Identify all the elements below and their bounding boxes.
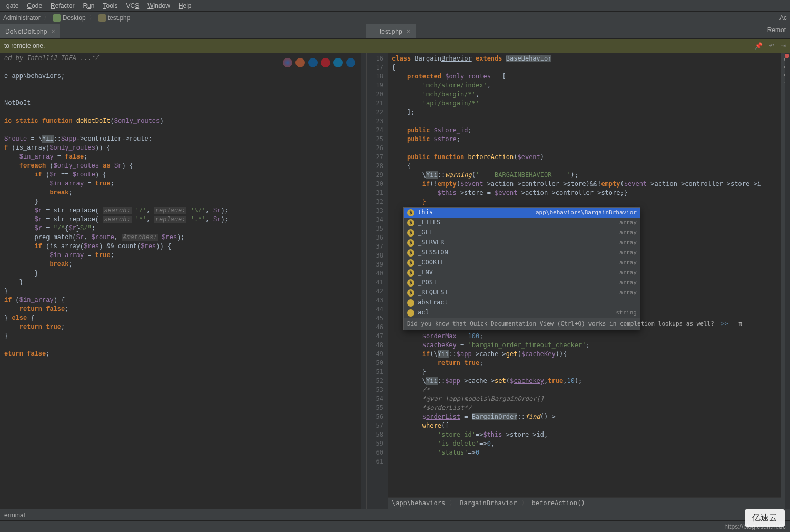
close-icon[interactable]: × bbox=[51, 28, 55, 35]
tab-donotdoit[interactable]: DoNotDoIt.php × bbox=[0, 24, 60, 38]
popup-footer: Did you know that Quick Documentation Vi… bbox=[404, 318, 640, 330]
code-area-left[interactable]: ed by IntelliJ IDEA ...*/ e app\behavior… bbox=[0, 53, 366, 360]
variable-icon: $ bbox=[407, 229, 414, 237]
menu-refactor[interactable]: Refactor bbox=[46, 2, 78, 9]
code-area-right[interactable]: class BargainBrhavior extends BaseBehavi… bbox=[388, 53, 781, 509]
completion-item[interactable]: abstract bbox=[404, 298, 640, 308]
menu-help[interactable]: Help bbox=[174, 2, 196, 9]
left-editor[interactable]: ed by IntelliJ IDEA ...*/ e app\behavior… bbox=[0, 53, 366, 509]
nav-namespace[interactable]: \app\behaviors bbox=[392, 499, 445, 508]
php-file-icon bbox=[371, 28, 378, 35]
more-link[interactable]: >> bbox=[721, 320, 728, 327]
menu-vcs[interactable]: VCS bbox=[122, 2, 143, 9]
pin-icon[interactable]: 📌 bbox=[755, 42, 763, 50]
variable-icon: $ bbox=[407, 209, 414, 216]
breadcrumb-desktop[interactable]: Desktop bbox=[63, 14, 86, 22]
completion-item[interactable]: $_SERVERarray bbox=[404, 238, 640, 248]
error-stripe[interactable] bbox=[785, 53, 790, 509]
variable-icon: $ bbox=[407, 219, 414, 226]
structure-breadcrumb: \app\behaviors 〉 BargainBrhavior 〉 befor… bbox=[388, 497, 781, 509]
completion-popup[interactable]: $thisapp\behaviors\BargainBrhavior$_FILE… bbox=[403, 207, 640, 330]
chrome-icon[interactable] bbox=[283, 58, 292, 67]
error-stripe[interactable] bbox=[361, 53, 366, 509]
variable-icon: $ bbox=[407, 269, 414, 277]
breadcrumb: Administrator 〉 Desktop 〉 test.php Ac bbox=[0, 12, 790, 24]
status-bar: https://blog.csdn.net/c bbox=[0, 520, 790, 532]
completion-item[interactable]: $_COOKIEarray bbox=[404, 258, 640, 268]
menu-tools[interactable]: Tools bbox=[98, 2, 122, 9]
completion-item[interactable]: $_FILESarray bbox=[404, 218, 640, 228]
folder-icon bbox=[53, 14, 61, 22]
editor-tabs-left: DoNotDoIt.php × bbox=[0, 24, 366, 39]
tab-label: test.php bbox=[380, 28, 402, 35]
right-editor[interactable]: 16 17 18 19 20 21 22 23 24 25 26 27 28 2… bbox=[366, 53, 790, 509]
variable-icon: $ bbox=[407, 279, 414, 287]
php-file-icon bbox=[98, 14, 106, 22]
firefox-icon[interactable] bbox=[295, 58, 305, 67]
variable-icon: $ bbox=[407, 249, 414, 257]
breadcrumb-right[interactable]: Ac bbox=[779, 14, 787, 22]
line-gutter: 16 17 18 19 20 21 22 23 24 25 26 27 28 2… bbox=[367, 53, 388, 509]
tab-testphp[interactable]: test.php × bbox=[366, 24, 416, 38]
menu-code[interactable]: Code bbox=[23, 2, 46, 9]
watermark: 亿速云 bbox=[745, 509, 785, 527]
tab-label: DoNotDoIt.php bbox=[5, 28, 47, 35]
nav-method[interactable]: beforeAction() bbox=[532, 499, 585, 508]
completion-item[interactable]: $_POSTarray bbox=[404, 278, 640, 288]
notification-text: to remote one. bbox=[4, 42, 45, 50]
chevron-right-icon: 〉 bbox=[89, 13, 95, 22]
breadcrumb-file[interactable]: test.php bbox=[108, 14, 131, 22]
browser-icons bbox=[283, 58, 355, 67]
remote-label: Remot bbox=[763, 24, 790, 36]
error-indicator-icon[interactable] bbox=[785, 54, 789, 58]
variable-icon: $ bbox=[407, 259, 414, 267]
terminal-tab[interactable]: erminal bbox=[4, 511, 25, 519]
variable-icon bbox=[407, 309, 414, 317]
main-menu[interactable]: gate Code Refactor Run Tools VCS Window … bbox=[0, 0, 790, 12]
edge-icon[interactable] bbox=[333, 58, 343, 67]
menu-navigate[interactable]: gate bbox=[2, 2, 23, 9]
undo-icon[interactable]: ↶ bbox=[769, 42, 774, 50]
completion-item[interactable]: $_SESSIONarray bbox=[404, 248, 640, 258]
completion-item[interactable]: $_REQUESTarray bbox=[404, 288, 640, 298]
completion-item[interactable]: $_GETarray bbox=[404, 228, 640, 238]
variable-icon: $ bbox=[407, 289, 414, 297]
editor-split: ed by IntelliJ IDEA ...*/ e app\behavior… bbox=[0, 53, 790, 509]
variable-icon bbox=[407, 299, 414, 307]
menu-run[interactable]: Run bbox=[78, 2, 98, 9]
completion-item[interactable]: $thisapp\behaviors\BargainBrhavior bbox=[404, 208, 640, 218]
tool-window-bar[interactable]: erminal bbox=[0, 509, 790, 520]
nav-class[interactable]: BargainBrhavior bbox=[460, 499, 517, 508]
menu-window[interactable]: Window bbox=[143, 2, 174, 9]
chevron-right-icon: 〉 bbox=[521, 499, 528, 508]
close-icon[interactable]: × bbox=[407, 28, 410, 35]
breadcrumb-user[interactable]: Administrator bbox=[3, 14, 41, 22]
completion-item[interactable]: aclstring bbox=[404, 308, 640, 318]
collapse-icon[interactable]: ⇥ bbox=[781, 42, 786, 50]
ie-icon[interactable] bbox=[308, 58, 318, 67]
opera-icon[interactable] bbox=[321, 58, 330, 67]
chevron-right-icon: 〉 bbox=[44, 13, 50, 22]
chevron-right-icon: 〉 bbox=[449, 499, 456, 508]
editor-tabs-right: test.php × Remot bbox=[366, 24, 790, 39]
completion-item[interactable]: $_ENVarray bbox=[404, 268, 640, 278]
edge2-icon[interactable] bbox=[346, 58, 355, 67]
notification-bar: to remote one. 📌 ↶ ⇥ bbox=[0, 39, 790, 53]
variable-icon: $ bbox=[407, 239, 414, 247]
